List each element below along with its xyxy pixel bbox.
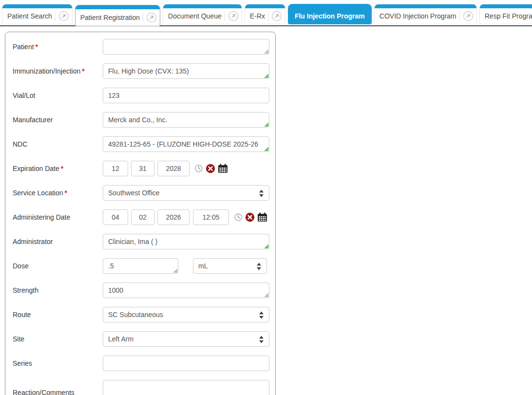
route-value: SC Subcutaneous bbox=[108, 311, 163, 319]
form-row-site: Site Left Arm bbox=[13, 331, 275, 347]
tab-divider bbox=[55, 11, 56, 21]
dose-unit-select[interactable]: mL bbox=[193, 258, 267, 274]
expiration-month-input[interactable] bbox=[103, 161, 128, 176]
tab-patient-registration[interactable]: Patient Registration bbox=[75, 5, 160, 26]
open-in-new-icon[interactable] bbox=[146, 12, 157, 23]
site-label: Site bbox=[13, 335, 24, 343]
site-value: Left Arm bbox=[108, 335, 133, 343]
select-arrows-icon bbox=[259, 189, 264, 199]
administrator-label: Administrator bbox=[13, 238, 53, 245]
tab-accent-bar bbox=[480, 4, 532, 8]
required-asterisk: * bbox=[61, 165, 63, 172]
vial-lot-label: Vial/Lot bbox=[13, 92, 35, 99]
service-location-select[interactable]: Southwest Office bbox=[103, 185, 269, 201]
form-row-vial-lot: Vial/Lot bbox=[13, 88, 275, 103]
tab-label: Patient Search bbox=[7, 12, 52, 20]
series-label: Series bbox=[13, 359, 32, 367]
form-row-series: Series bbox=[13, 356, 275, 371]
ndc-label: NDC bbox=[13, 140, 27, 148]
tab-resp-fit-program[interactable]: Resp Fit Program bbox=[479, 4, 532, 24]
administering-month-input[interactable] bbox=[103, 209, 128, 225]
tab-accent-bar bbox=[163, 4, 242, 8]
immunization-input[interactable]: Flu, High Dose (CVX: 135) bbox=[103, 63, 269, 79]
service-location-label: Service Location bbox=[13, 189, 63, 197]
tab-accent-bar bbox=[245, 4, 285, 8]
tab-covid-injection-program[interactable]: COVID Injection Program bbox=[374, 4, 477, 24]
required-asterisk: * bbox=[82, 67, 84, 75]
open-in-new-icon[interactable] bbox=[463, 11, 474, 21]
select-arrows-icon bbox=[259, 336, 264, 345]
patient-label: Patient bbox=[13, 43, 34, 51]
strength-input[interactable]: 1000 bbox=[103, 282, 269, 298]
ndc-input[interactable]: 49281-125-65 - (FLUZONE HIGH-DOSE 2025-2… bbox=[103, 136, 269, 152]
service-location-value: Southwest Office bbox=[108, 189, 160, 197]
calendar-icon[interactable] bbox=[218, 164, 228, 173]
tab-label: Flu Injection Program bbox=[295, 12, 365, 20]
dose-label: Dose bbox=[13, 262, 29, 270]
strength-label: Strength bbox=[13, 286, 38, 294]
tab-accent-bar bbox=[375, 4, 476, 8]
dose-input[interactable]: .5 bbox=[103, 258, 178, 274]
tab-label: Resp Fit Program bbox=[485, 12, 532, 20]
required-asterisk: * bbox=[65, 189, 67, 197]
form-row-route: Route SC Subcutaneous bbox=[13, 307, 275, 322]
form-row-immunization: Immunization/Injection* Flu, High Dose (… bbox=[13, 63, 275, 79]
tab-label: Patient Registration bbox=[80, 14, 140, 21]
form-row-administrator: Administrator Clinician, Ima ( ) bbox=[13, 234, 275, 249]
route-label: Route bbox=[13, 311, 31, 319]
form-row-service-location: Service Location* Southwest Office bbox=[13, 185, 275, 201]
tab-patient-search[interactable]: Patient Search bbox=[2, 4, 73, 24]
form-row-expiration-date: Expiration Date* bbox=[13, 161, 275, 176]
form-row-ndc: NDC 49281-125-65 - (FLUZONE HIGH-DOSE 20… bbox=[13, 136, 275, 152]
tab-label: E-Rx bbox=[250, 12, 265, 20]
expiration-date-label: Expiration Date bbox=[13, 165, 59, 172]
tab-flu-injection-program[interactable]: Flu Injection Program bbox=[288, 4, 372, 24]
select-arrows-icon bbox=[259, 311, 264, 320]
tab-label: COVID Injection Program bbox=[380, 12, 456, 20]
required-asterisk: * bbox=[36, 43, 38, 51]
expiration-day-input[interactable] bbox=[131, 161, 154, 176]
administering-time-input[interactable] bbox=[193, 209, 229, 225]
select-arrows-icon bbox=[256, 263, 262, 272]
expiration-year-input[interactable] bbox=[157, 161, 190, 176]
tab-accent-bar bbox=[2, 4, 72, 8]
tab-bar: Patient Search Patient Registration Docu… bbox=[0, 0, 532, 26]
open-in-new-icon[interactable] bbox=[271, 11, 282, 21]
tab-label: Document Queue bbox=[168, 12, 222, 20]
open-in-new-icon[interactable] bbox=[58, 11, 69, 21]
route-select[interactable]: SC Subcutaneous bbox=[103, 307, 269, 322]
form-row-administering-date: Administering Date bbox=[13, 209, 275, 225]
clear-date-icon[interactable] bbox=[245, 212, 255, 222]
manufacturer-input[interactable]: Merck and Co., Inc. bbox=[103, 112, 269, 128]
tab-document-queue[interactable]: Document Queue bbox=[163, 4, 242, 24]
tab-divider bbox=[268, 11, 268, 21]
tab-accent-bar bbox=[76, 5, 160, 9]
tab-divider bbox=[143, 13, 143, 22]
reaction-comments-label: Reaction/Comments bbox=[13, 389, 75, 395]
site-select[interactable]: Left Arm bbox=[103, 331, 269, 347]
reaction-comments-input[interactable] bbox=[103, 380, 269, 395]
form-row-reaction-comments: Reaction/Comments bbox=[13, 380, 275, 395]
calendar-icon[interactable] bbox=[257, 212, 267, 222]
tab-divider bbox=[225, 11, 225, 21]
flu-injection-form-panel: Patient* Immunization/Injection* Flu, Hi… bbox=[5, 32, 276, 395]
dose-unit-value: mL bbox=[198, 262, 208, 270]
form-row-dose: Dose .5 mL bbox=[13, 258, 275, 274]
administering-year-input[interactable] bbox=[157, 209, 190, 225]
clock-icon[interactable] bbox=[194, 164, 203, 173]
open-in-new-icon[interactable] bbox=[228, 11, 239, 21]
clock-icon[interactable] bbox=[234, 213, 243, 222]
vial-lot-input[interactable] bbox=[103, 88, 269, 103]
form-row-manufacturer: Manufacturer Merck and Co., Inc. bbox=[13, 112, 275, 128]
tab-divider bbox=[459, 11, 460, 21]
tab-e-rx[interactable]: E-Rx bbox=[245, 4, 285, 24]
administering-day-input[interactable] bbox=[131, 209, 154, 225]
administrator-input[interactable]: Clinician, Ima ( ) bbox=[103, 234, 269, 249]
form-row-patient: Patient* bbox=[13, 39, 275, 55]
administering-date-label: Administering Date bbox=[13, 213, 70, 221]
series-input[interactable] bbox=[103, 356, 269, 371]
clear-date-icon[interactable] bbox=[206, 164, 215, 173]
patient-input[interactable] bbox=[103, 39, 269, 55]
manufacturer-label: Manufacturer bbox=[13, 116, 53, 124]
form-row-strength: Strength 1000 bbox=[13, 282, 275, 298]
